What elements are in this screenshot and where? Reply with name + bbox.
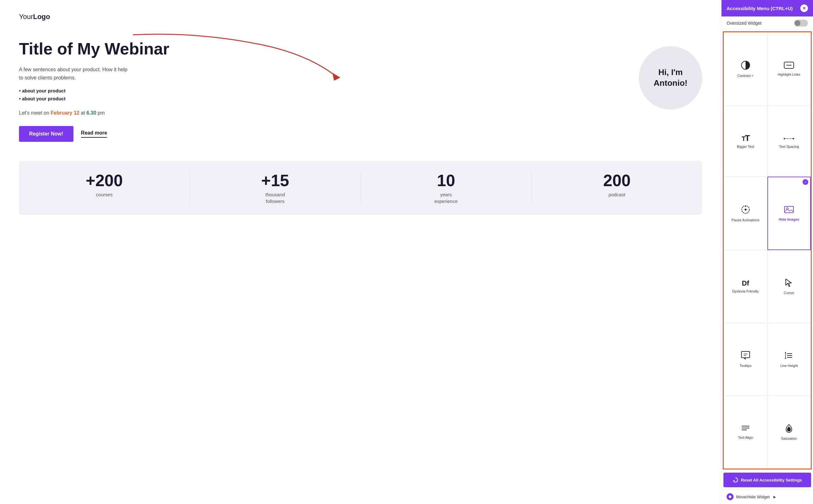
move-widget-label: Move/Hide Widget (736, 495, 770, 499)
stat-followers: +15 thousandfollowers (190, 171, 361, 205)
highlight-links-icon (784, 62, 794, 70)
svg-rect-10 (785, 206, 793, 213)
panel-title: Accessibility Menu (CTRL+U) (727, 6, 793, 11)
hero-description: A few sentences about your product. How … (19, 66, 133, 82)
avatar-circle: Hi, I'm Antonio! (639, 46, 702, 110)
tooltips-label: Tooltips (740, 364, 751, 368)
svg-marker-6 (792, 138, 794, 140)
avatar-line1: Hi, I'm (659, 67, 683, 77)
pause-animations-label: Pause Animations (732, 218, 759, 222)
text-align-icon (741, 425, 750, 433)
highlight-links-button[interactable]: Highlight Links (767, 32, 811, 106)
move-widget-icon (727, 493, 734, 500)
stat-podcast-number: 200 (532, 171, 702, 190)
tooltips-icon (741, 351, 750, 361)
svg-marker-5 (784, 138, 785, 140)
cursor-icon (785, 278, 793, 288)
avatar-line2: Antonio! (654, 78, 688, 88)
read-more-button[interactable]: Read more (81, 130, 107, 138)
svg-rect-13 (741, 351, 750, 358)
contrast-label: Contrast + (737, 74, 753, 78)
stat-followers-number: +15 (190, 171, 361, 190)
bullet-item-2: about your product (19, 96, 626, 101)
avatar-greeting: Hi, I'm Antonio! (654, 67, 688, 89)
logo: YourLogo (19, 13, 702, 21)
saturation-label: Saturation (781, 437, 797, 440)
panel-header: Accessibility Menu (CTRL+U) ✕ (722, 0, 813, 16)
saturation-icon (785, 424, 792, 434)
hide-images-button[interactable]: ✓ Hide Images (767, 177, 811, 250)
oversized-toggle[interactable] (794, 20, 808, 27)
contrast-button[interactable]: Contrast + (724, 32, 767, 106)
contrast-icon (741, 60, 750, 71)
svg-marker-14 (744, 358, 746, 360)
register-now-button[interactable]: Register Now! (19, 126, 73, 142)
tooltips-button[interactable]: Tooltips (724, 323, 767, 396)
panel-close-button[interactable]: ✕ (800, 4, 808, 12)
text-spacing-label: Text Spacing (779, 145, 799, 148)
stats-bar: +200 courses +15 thousandfollowers 10 ye… (19, 161, 702, 215)
bigger-text-button[interactable]: TT Bigger Text (724, 106, 767, 177)
logo-text-bold: Logo (33, 13, 50, 21)
svg-marker-22 (785, 358, 786, 359)
meeting-text: Let's meet on February 12 at 6.30 pm (19, 110, 626, 116)
svg-marker-21 (785, 352, 786, 353)
bullet-list: about your product about your product (19, 88, 626, 101)
reset-accessibility-button[interactable]: Reset All Accessibility Settings (723, 473, 811, 487)
dyslexia-friendly-icon: Df (742, 280, 749, 287)
line-height-icon (785, 351, 793, 361)
stat-years-number: 10 (361, 171, 532, 190)
meeting-date: February 12 (51, 110, 79, 116)
stat-followers-label: thousandfollowers (190, 191, 361, 205)
meeting-suffix: pm (96, 110, 105, 116)
bullet-item-1: about your product (19, 88, 626, 93)
text-spacing-icon (783, 134, 795, 142)
button-group: Register Now! Read more (19, 126, 626, 142)
avatar-area: Hi, I'm Antonio! (639, 40, 702, 110)
hero-title: Title of My Webinar (19, 40, 626, 58)
accessibility-panel: Accessibility Menu (CTRL+U) ✕ Oversized … (721, 0, 813, 504)
oversized-widget-label: Oversized Widget (727, 21, 761, 26)
dyslexia-friendly-button[interactable]: Df Dyslexia Friendly (724, 250, 767, 323)
accessibility-grid: Contrast + Highlight Links TT Bigger Tex… (723, 31, 812, 469)
move-widget-row[interactable]: Move/Hide Widget ▶ (722, 489, 813, 504)
meeting-time: 6.30 (86, 110, 96, 116)
cursor-label: Cursor (784, 291, 794, 295)
stat-courses-number: +200 (19, 171, 190, 190)
svg-marker-12 (786, 279, 791, 287)
stat-years-label: yearsexperience (361, 191, 532, 205)
pause-animations-icon (741, 205, 750, 216)
dyslexia-friendly-label: Dyslexia Friendly (732, 289, 759, 293)
svg-marker-26 (733, 480, 735, 482)
cursor-button[interactable]: Cursor (767, 250, 811, 323)
pause-animations-button[interactable]: Pause Animations (724, 177, 767, 250)
hide-images-icon (784, 205, 794, 215)
svg-point-8 (745, 209, 747, 211)
toggle-knob (795, 20, 800, 26)
bigger-text-label: Bigger Text (737, 145, 754, 148)
stat-years: 10 yearsexperience (361, 171, 532, 205)
line-height-label: Line Height (780, 364, 798, 368)
main-content: YourLogo Title of My Webinar A few sente… (0, 0, 721, 504)
stat-podcast-label: podcast (532, 191, 702, 198)
text-align-button[interactable]: Text Align (724, 396, 767, 469)
reset-label: Reset All Accessibility Settings (741, 478, 802, 482)
text-spacing-button[interactable]: Text Spacing (767, 106, 811, 177)
stat-podcast: 200 podcast (532, 171, 702, 205)
meeting-prefix: Let's meet on (19, 110, 51, 116)
hero-text: Title of My Webinar A few sentences abou… (19, 40, 626, 142)
move-widget-arrow: ▶ (773, 495, 776, 499)
bigger-text-icon: TT (742, 134, 749, 142)
svg-point-27 (729, 495, 731, 498)
reset-icon (733, 477, 738, 483)
text-align-label: Text Align (738, 436, 753, 439)
hide-images-check: ✓ (803, 179, 808, 185)
stat-courses: +200 courses (19, 171, 190, 205)
meeting-at: at (79, 110, 86, 116)
logo-text-regular: Your (19, 13, 33, 21)
highlight-links-label: Highlight Links (778, 72, 800, 76)
stat-courses-label: courses (19, 191, 190, 198)
saturation-button[interactable]: Saturation (767, 396, 811, 469)
hide-images-label: Hide Images (779, 217, 799, 221)
line-height-button[interactable]: Line Height (767, 323, 811, 396)
